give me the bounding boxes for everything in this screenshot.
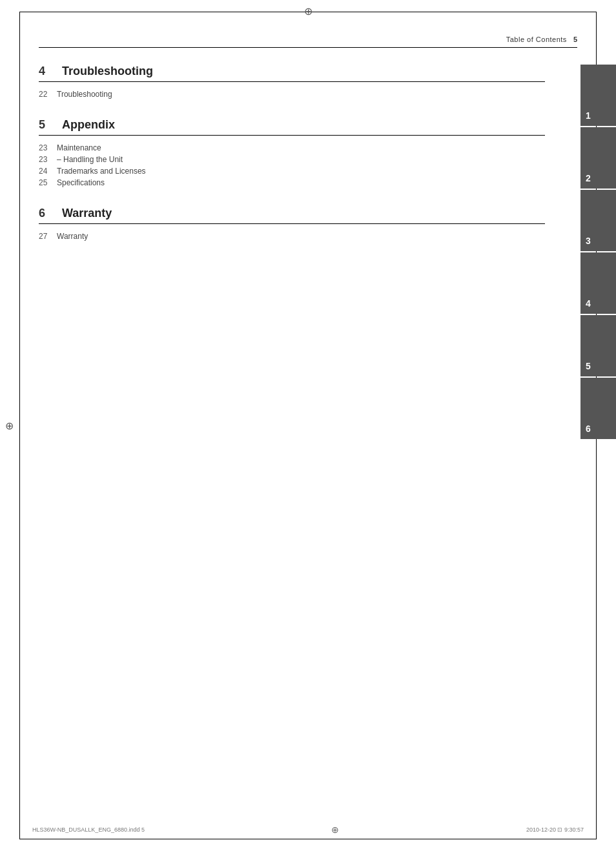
border-bottom [19,839,597,839]
tab-5[interactable]: 5 [580,315,616,376]
section-5: 5 Appendix 23 Maintenance 23 – Handling … [39,118,545,187]
item-page: 23 [39,143,57,152]
list-item: 27 Warranty [39,232,545,241]
section-6-title: Warranty [62,207,112,220]
item-label: Trademarks and Licenses [57,167,146,176]
item-label: Maintenance [57,143,101,152]
tab-4-label: 4 [586,298,591,309]
tab-1-label: 1 [586,110,591,121]
section-4-number: 4 [39,65,57,78]
tab-3[interactable]: 3 [580,190,616,251]
section-5-items: 23 Maintenance 23 – Handling the Unit 24… [39,143,545,187]
section-6-header: 6 Warranty [39,207,545,224]
footer-file-info: HLS36W-NB_DUSALLK_ENG_6880.indd 5 [32,826,145,833]
section-5-number: 5 [39,118,57,132]
tab-1[interactable]: 1 [580,65,616,126]
tab-3-label: 3 [586,236,591,246]
item-page: 23 [39,155,57,164]
item-page: 24 [39,167,57,176]
list-item: 22 Troubleshooting [39,90,545,99]
main-content: 4 Troubleshooting 22 Troubleshooting 5 A… [39,65,545,812]
section-4: 4 Troubleshooting 22 Troubleshooting [39,65,545,99]
crosshair-top-icon: ⊕ [304,5,313,17]
section-5-title: Appendix [62,118,115,132]
item-label: Troubleshooting [57,90,112,99]
item-label: Warranty [57,232,88,241]
section-5-header: 5 Appendix [39,118,545,136]
item-label: – Handling the Unit [57,155,123,164]
footer-crosshair-icon: ⊕ [331,825,339,835]
header-title: Table of Contents [506,36,567,43]
tab-2[interactable]: 2 [580,127,616,189]
item-label: Specifications [57,178,105,187]
list-item: 24 Trademarks and Licenses [39,167,545,176]
footer-date-info: 2010-12-20 ⊡ 9:30:57 [526,826,584,833]
list-item: 25 Specifications [39,178,545,187]
item-page: 27 [39,232,57,241]
tab-6[interactable]: 6 [580,378,616,439]
list-item: 23 Maintenance [39,143,545,152]
crosshair-left-icon: ⊕ [5,420,14,432]
section-4-items: 22 Troubleshooting [39,90,545,99]
tab-6-label: 6 [586,424,591,434]
border-left [19,12,20,839]
tab-5-label: 5 [586,361,591,371]
section-6-number: 6 [39,207,57,220]
item-page: 25 [39,178,57,187]
section-4-title: Troubleshooting [62,65,153,78]
section-6-items: 27 Warranty [39,232,545,241]
tab-2-label: 2 [586,173,591,183]
header-page-number: 5 [573,36,577,43]
section-6: 6 Warranty 27 Warranty [39,207,545,241]
section-4-header: 4 Troubleshooting [39,65,545,82]
page-header: Table of Contents 5 [39,36,577,48]
list-item: 23 – Handling the Unit [39,155,545,164]
item-page: 22 [39,90,57,99]
tab-navigation: 1 2 3 4 5 6 [574,65,616,440]
page-footer: HLS36W-NB_DUSALLK_ENG_6880.indd 5 ⊕ 2010… [32,825,584,835]
tab-4[interactable]: 4 [580,252,616,314]
